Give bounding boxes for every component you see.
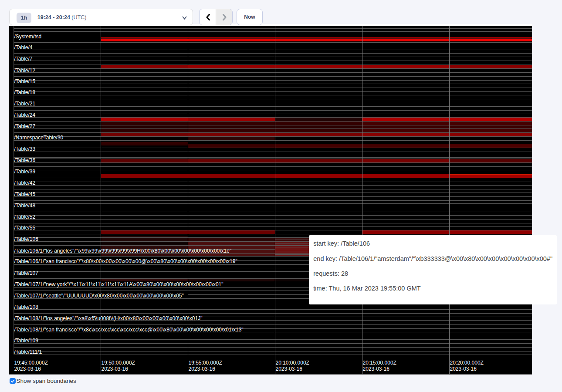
svg-text:/Table/107/1/"new york"/"\x11\: /Table/107/1/"new york"/"\x11\x11\x11\x1… (14, 281, 223, 287)
svg-text:/Table/39: /Table/39 (14, 169, 36, 175)
svg-text:2023-03-16: 2023-03-16 (276, 366, 303, 372)
svg-text:/Table/52: /Table/52 (14, 214, 36, 220)
svg-text:19:45:00.000Z: 19:45:00.000Z (14, 360, 48, 366)
svg-text:/Table/55: /Table/55 (14, 225, 36, 231)
svg-text:/Table/106/1/"san francisco"/": /Table/106/1/"san francisco"/"\x80\x00\x… (14, 258, 237, 264)
svg-text:20:20:00.000Z: 20:20:00.000Z (450, 360, 484, 366)
svg-text:/Table/108: /Table/108 (14, 304, 39, 310)
svg-text:/Table/107/1/"seattle"/"UUUUUU: /Table/107/1/"seattle"/"UUUUUUD\x00\x80\… (14, 293, 184, 299)
svg-text:/Table/18: /Table/18 (14, 89, 36, 95)
svg-text:/Table/24: /Table/24 (14, 112, 36, 118)
svg-text:/Table/42: /Table/42 (14, 180, 36, 186)
svg-text:/Table/4: /Table/4 (14, 44, 33, 51)
svg-text:/Table/109: /Table/109 (14, 338, 39, 344)
svg-text:/Table/15: /Table/15 (14, 78, 36, 84)
svg-text:/Table/7: /Table/7 (14, 56, 33, 62)
svg-text:/Table/45: /Table/45 (14, 191, 36, 197)
svg-text:2023-03-16: 2023-03-16 (450, 366, 477, 372)
svg-text:/Table/108/1/"los angeles"/"\x: /Table/108/1/"los angeles"/"\xa8\xf5\u00… (14, 315, 203, 321)
svg-text:/System/tsd: /System/tsd (14, 34, 42, 40)
svg-text:2023-03-16: 2023-03-16 (363, 366, 390, 372)
svg-text:/Table/108/1/"san francisco"/": /Table/108/1/"san francisco"/"\x8c\xcc\x… (14, 327, 244, 333)
svg-text:/Table/21: /Table/21 (14, 101, 36, 107)
svg-text:2023-03-16: 2023-03-16 (102, 366, 129, 372)
svg-text:/Table/111/1: /Table/111/1 (14, 349, 42, 355)
svg-text:/NamespaceTable/30: /NamespaceTable/30 (14, 135, 64, 141)
svg-text:/Table/107: /Table/107 (14, 270, 39, 276)
svg-text:2023-03-16: 2023-03-16 (189, 366, 216, 372)
svg-text:/Table/48: /Table/48 (14, 203, 36, 209)
svg-text:2023-03-16: 2023-03-16 (14, 366, 41, 372)
svg-text:/Table/106/1/"los angeles"/"\x: /Table/106/1/"los angeles"/"\x99\x99\x99… (14, 248, 232, 254)
svg-text:/Table/33: /Table/33 (14, 146, 36, 152)
svg-text:/Table/106: /Table/106 (14, 236, 39, 242)
svg-text:19:50:00.000Z: 19:50:00.000Z (102, 360, 135, 366)
svg-text:/Table/12: /Table/12 (14, 68, 36, 74)
svg-text:19:55:00.000Z: 19:55:00.000Z (189, 360, 222, 366)
svg-text:/Table/36: /Table/36 (14, 157, 36, 163)
svg-text:20:10:00.000Z: 20:10:00.000Z (276, 360, 309, 366)
svg-text:20:15:00.000Z: 20:15:00.000Z (363, 360, 396, 366)
svg-text:/Table/27: /Table/27 (14, 123, 36, 129)
